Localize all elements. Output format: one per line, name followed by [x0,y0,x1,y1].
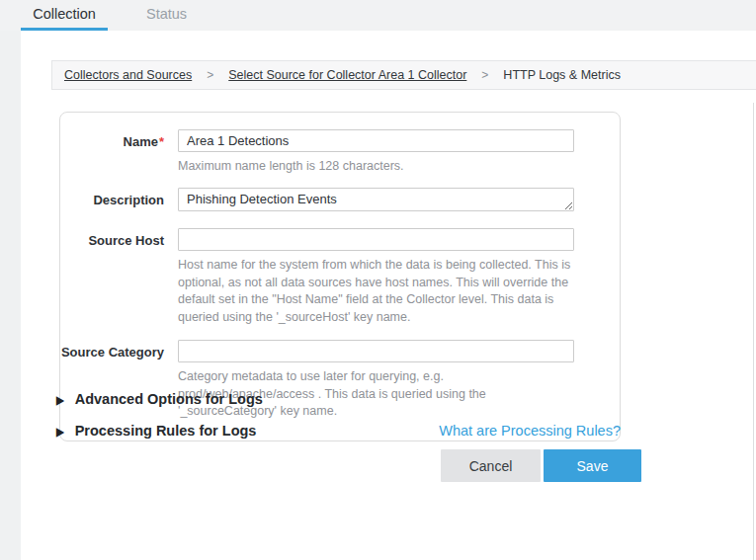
name-label-text: Name [124,134,158,149]
processing-rules-toggle[interactable]: ▶ Processing Rules for Logs [56,423,256,439]
main-content: Collectors and Sources > Select Source f… [21,31,756,560]
breadcrumb-select-source[interactable]: Select Source for Collector Area 1 Colle… [228,68,466,82]
save-button[interactable]: Save [544,449,641,482]
required-asterisk: * [159,134,164,149]
processing-rules-row: ▶ Processing Rules for Logs What are Pro… [56,423,621,439]
tab-status[interactable]: Status [136,0,197,31]
description-textarea[interactable]: Phishing Detection Events [178,188,574,211]
source-host-input[interactable] [178,228,574,251]
source-category-input[interactable] [178,340,574,362]
processing-rules-label: Processing Rules for Logs [75,423,257,439]
expand-arrow-icon[interactable]: ▶ [56,425,64,438]
tab-bar: Collection Status [0,0,756,31]
name-label: Name* [60,129,164,150]
advanced-options-label: Advanced Options for Logs [75,391,263,407]
scrollbar-track[interactable] [753,103,754,560]
source-category-label: Source Category [60,340,164,360]
description-field-row: Description Phishing Detection Events [60,188,620,215]
breadcrumb-collectors-and-sources[interactable]: Collectors and Sources [64,68,192,82]
source-host-field-row: Source Host Host name for the system fro… [60,228,620,327]
source-category-field-row: Source Category Category metadata to use… [60,340,620,421]
tab-collection[interactable]: Collection [21,0,108,31]
breadcrumb-current-page: HTTP Logs & Metrics [503,68,621,82]
breadcrumb: Collectors and Sources > Select Source f… [51,60,756,90]
what-are-processing-rules-link[interactable]: What are Processing Rules? [439,423,621,439]
chevron-right-icon: > [481,68,488,82]
advanced-options-row: ▶ Advanced Options for Logs [56,391,621,407]
description-label: Description [60,188,164,208]
source-config-page: { "tabs": { "collection": "Collection", … [0,0,756,560]
name-help-text: Maximum name length is 128 characters. [178,158,572,176]
source-host-help-text: Host name for the system from which the … [178,257,572,327]
chevron-right-icon: > [207,68,213,82]
name-field-row: Name* Maximum name length is 128 charact… [60,129,620,176]
name-input[interactable] [178,129,574,152]
source-host-label: Source Host [60,228,164,249]
expand-arrow-icon[interactable]: ▶ [56,393,64,406]
advanced-options-toggle[interactable]: ▶ Advanced Options for Logs [56,391,263,407]
form-actions: Cancel Save [441,449,641,482]
cancel-button[interactable]: Cancel [441,449,541,482]
